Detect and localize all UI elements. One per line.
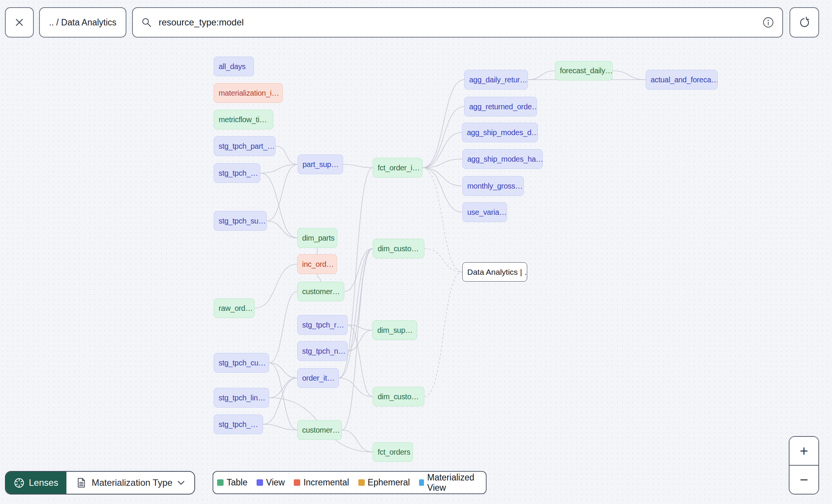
graph-edge [343, 164, 373, 168]
legend-swatch [358, 479, 365, 486]
graph-node-metricflow[interactable]: metricflow_ti… [214, 110, 273, 129]
graph-node-monthly_gross[interactable]: monthly_gross… [462, 176, 524, 196]
legend-label: View [266, 477, 285, 488]
legend-swatch [217, 479, 224, 486]
graph-node-actual_and[interactable]: actual_and_foreca… [646, 70, 718, 90]
lenses-label: Lenses [29, 477, 58, 488]
graph-edge [422, 168, 462, 212]
graph-edge [528, 71, 555, 80]
graph-edge [344, 249, 373, 291]
graph-node-agg_ship_ha[interactable]: agg_ship_modes_ha… [462, 149, 543, 169]
aperture-icon [14, 478, 24, 488]
graph-edge [269, 378, 297, 398]
graph-node-dim_custo_b[interactable]: dim_custo… [373, 387, 424, 406]
legend-label: Ephemeral [368, 477, 410, 488]
zoom-out-button[interactable]: − [789, 466, 818, 494]
graph-edge [269, 363, 297, 430]
graph-edge [269, 291, 297, 363]
legend-item-ephemeral: Ephemeral [358, 477, 410, 488]
graph-node-dim_sup[interactable]: dim_sup… [372, 320, 417, 340]
graph-edge [422, 168, 462, 272]
chevron-down-icon [178, 481, 184, 485]
graph-node-all_days[interactable]: all_days [214, 57, 254, 76]
graph-edge [267, 164, 298, 221]
graph-edge [255, 264, 297, 308]
legend-label: Table [227, 477, 247, 488]
lineage-app: all_daysmaterialization_i…metricflow_ti…… [0, 0, 832, 504]
graph-edge [317, 274, 321, 282]
legend-swatch [294, 479, 300, 486]
legend-label: Incremental [303, 477, 349, 488]
graph-edge [424, 272, 462, 397]
graph-node-stg_tpch_su[interactable]: stg_tpch_su… [214, 211, 267, 231]
graph-node-fct_order_i[interactable]: fct_order_i… [373, 158, 422, 178]
graph-node-stg_tpch_r[interactable]: stg_tpch_r… [297, 315, 348, 335]
document-icon [76, 477, 86, 488]
refresh-button[interactable] [789, 7, 819, 38]
graph-node-forecast_daily[interactable]: forecast_daily… [555, 61, 613, 80]
lens-selected-label: Materialization Type [91, 477, 172, 488]
refresh-icon [799, 17, 810, 28]
zoom-controls: + − [789, 436, 819, 495]
graph-node-customer_a[interactable]: customer… [297, 282, 344, 301]
graph-node-stg_tpch_part[interactable]: stg_tpch_part_… [214, 136, 276, 156]
graph-edge [422, 80, 464, 168]
graph-edge [342, 430, 373, 452]
graph-edge [424, 249, 462, 272]
lenses-control: Lenses Materialization Type [5, 471, 195, 495]
graph-node-use_varia[interactable]: use_varia… [462, 202, 507, 222]
zoom-in-button[interactable]: + [789, 437, 818, 465]
graph-edge [422, 168, 462, 186]
graph-edge [276, 146, 298, 164]
graph-edge [422, 107, 464, 168]
graph-edge [317, 248, 318, 254]
graph-edge [260, 164, 298, 173]
close-icon [13, 16, 25, 28]
graph-node-stg_tpch_b[interactable]: stg_tpch_… [214, 414, 263, 434]
legend-item-materialized-view: Materialized View [419, 472, 482, 493]
legend-item-table: Table [217, 477, 247, 488]
graph-node-dim_parts[interactable]: dim_parts [297, 228, 337, 248]
graph-node-agg_returned[interactable]: agg_returned_orde… [464, 97, 537, 117]
graph-edge [339, 378, 373, 397]
breadcrumb-label: .. / Data Analytics [49, 17, 117, 28]
legend-swatch [257, 479, 263, 486]
search-input[interactable] [158, 17, 756, 28]
graph-node-stg_tpch_cu[interactable]: stg_tpch_cu… [214, 353, 269, 373]
legend-swatch [419, 479, 424, 486]
graph-node-stg_tpch_n[interactable]: stg_tpch_n… [297, 341, 348, 361]
graph-node-fct_orders[interactable]: fct_orders [373, 442, 413, 462]
legend-label: Materialized View [427, 472, 482, 493]
graph-edge [267, 221, 297, 238]
graph-edge [342, 249, 373, 430]
search-icon [141, 17, 152, 28]
search-bar[interactable] [132, 7, 783, 38]
materialization-legend: TableViewIncrementalEphemeralMaterialize… [213, 471, 487, 494]
graph-node-customer_b[interactable]: customer… [297, 420, 342, 440]
breadcrumb[interactable]: .. / Data Analytics [39, 7, 126, 38]
legend-item-view: View [257, 477, 285, 488]
graph-edge [348, 325, 373, 397]
graph-node-stg_tpch_a[interactable]: stg_tpch_… [214, 163, 260, 183]
graph-node-materialization[interactable]: materialization_i… [214, 83, 283, 103]
graph-node-inc_ord[interactable]: inc_ord… [297, 254, 337, 274]
graph-node-dim_custo_a[interactable]: dim_custo… [373, 239, 424, 258]
graph-node-raw_ord[interactable]: raw_ord… [214, 298, 255, 318]
graph-node-agg_ship_d[interactable]: agg_ship_modes_d… [462, 123, 538, 142]
graph-node-order_it[interactable]: order_it… [297, 368, 339, 388]
graph-edge [613, 71, 646, 80]
graph-node-stg_tpch_lin[interactable]: stg_tpch_lin… [214, 388, 269, 408]
close-button[interactable] [5, 7, 34, 38]
graph-node-part_sup[interactable]: part_sup… [298, 154, 343, 174]
graph-node-meta_da[interactable]: Data Analytics | … [462, 262, 527, 282]
info-icon[interactable] [763, 17, 774, 28]
lens-selector[interactable]: Materialization Type [66, 472, 194, 494]
graph-edge [422, 132, 462, 168]
graph-node-agg_daily[interactable]: agg_daily_retur… [464, 70, 528, 90]
lenses-button[interactable]: Lenses [6, 472, 66, 494]
legend-item-incremental: Incremental [294, 477, 349, 488]
